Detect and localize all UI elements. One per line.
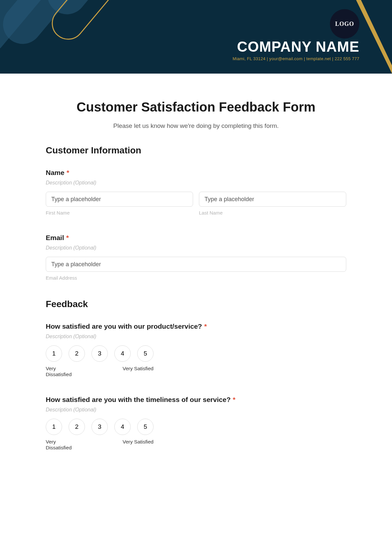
- rating-option-3[interactable]: 3: [91, 345, 108, 362]
- required-marker: *: [67, 169, 69, 176]
- field-satisfaction-timeliness: How satisfied are you with the timelines…: [46, 396, 346, 451]
- section-heading-feedback: Feedback: [46, 299, 346, 309]
- field-description: Description (Optional): [46, 245, 346, 251]
- last-name-sublabel: Last Name: [199, 210, 346, 216]
- rating-option-5[interactable]: 5: [137, 345, 154, 362]
- field-label-row: Name *: [46, 169, 346, 177]
- form-body: Customer Satisfaction Feedback Form Plea…: [0, 74, 392, 482]
- email-input[interactable]: [46, 257, 346, 272]
- company-contact: Miami, FL 33124 | your@email.com | templ…: [233, 56, 359, 61]
- field-label: How satisfied are you with the timelines…: [46, 396, 231, 403]
- required-marker: *: [204, 322, 207, 330]
- field-label: Name: [46, 169, 64, 176]
- last-name-input[interactable]: [199, 192, 346, 207]
- first-name-sublabel: First Name: [46, 210, 193, 216]
- logo-text: LOGO: [335, 21, 354, 27]
- rating-option-2[interactable]: 2: [69, 345, 85, 362]
- rating-anchors: Very Dissatisfied Very Satisfied: [46, 366, 154, 377]
- field-description: Description (Optional): [46, 180, 346, 186]
- rating-anchor-low: Very Dissatisfied: [46, 366, 78, 377]
- first-name-input[interactable]: [46, 192, 193, 207]
- rating-anchor-low: Very Dissatisfied: [46, 439, 78, 451]
- field-name: Name * Description (Optional) First Name…: [46, 169, 346, 216]
- field-label: Email: [46, 234, 64, 241]
- form-subtitle: Please let us know how we're doing by co…: [46, 122, 346, 130]
- rating-row: 1 2 3 4 5: [46, 419, 346, 435]
- field-label-row: How satisfied are you with the timelines…: [46, 396, 346, 404]
- field-description: Description (Optional): [46, 407, 346, 413]
- company-name: COMPANY NAME: [233, 39, 359, 55]
- rating-option-3[interactable]: 3: [91, 419, 108, 435]
- logo-badge: LOGO: [330, 9, 359, 39]
- field-label-row: How satisfied are you with our product/s…: [46, 322, 346, 330]
- rating-option-1[interactable]: 1: [46, 345, 62, 362]
- field-description: Description (Optional): [46, 334, 346, 339]
- rating-option-4[interactable]: 4: [114, 419, 131, 435]
- field-label-row: Email *: [46, 234, 346, 242]
- rating-row: 1 2 3 4 5: [46, 345, 346, 362]
- rating-anchor-high: Very Satisfied: [122, 366, 154, 377]
- rating-option-4[interactable]: 4: [114, 345, 131, 362]
- form-title: Customer Satisfaction Feedback Form: [46, 100, 346, 114]
- decor-triangle-dark: [361, 0, 392, 65]
- field-email: Email * Description (Optional) Email Add…: [46, 234, 346, 281]
- company-block: COMPANY NAME Miami, FL 33124 | your@emai…: [233, 39, 359, 61]
- required-marker: *: [233, 396, 235, 403]
- rating-anchors: Very Dissatisfied Very Satisfied: [46, 439, 154, 451]
- field-satisfaction-product: How satisfied are you with our product/s…: [46, 322, 346, 377]
- rating-option-5[interactable]: 5: [137, 419, 154, 435]
- rating-anchor-high: Very Satisfied: [122, 439, 154, 451]
- rating-option-2[interactable]: 2: [69, 419, 85, 435]
- field-label: How satisfied are you with our product/s…: [46, 322, 202, 330]
- email-sublabel: Email Address: [46, 275, 346, 281]
- section-heading-customer-info: Customer Information: [46, 145, 346, 156]
- required-marker: *: [66, 234, 69, 241]
- page-header: LOGO COMPANY NAME Miami, FL 33124 | your…: [0, 0, 392, 74]
- rating-option-1[interactable]: 1: [46, 419, 62, 435]
